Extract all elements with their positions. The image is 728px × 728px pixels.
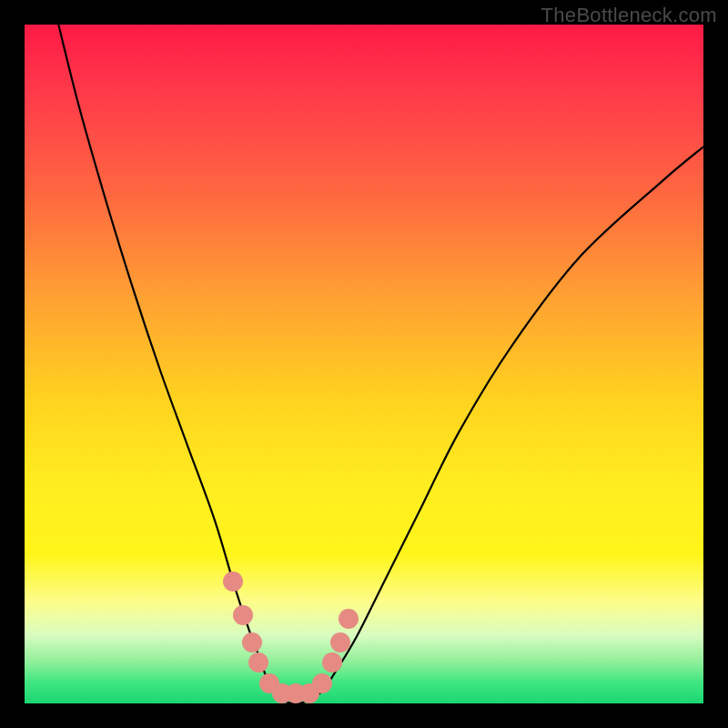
chart-frame: TheBottleneck.com: [0, 0, 728, 728]
bottleneck-curve: [25, 25, 703, 703]
plot-area: [25, 25, 703, 703]
watermark-text: TheBottleneck.com: [541, 4, 717, 27]
